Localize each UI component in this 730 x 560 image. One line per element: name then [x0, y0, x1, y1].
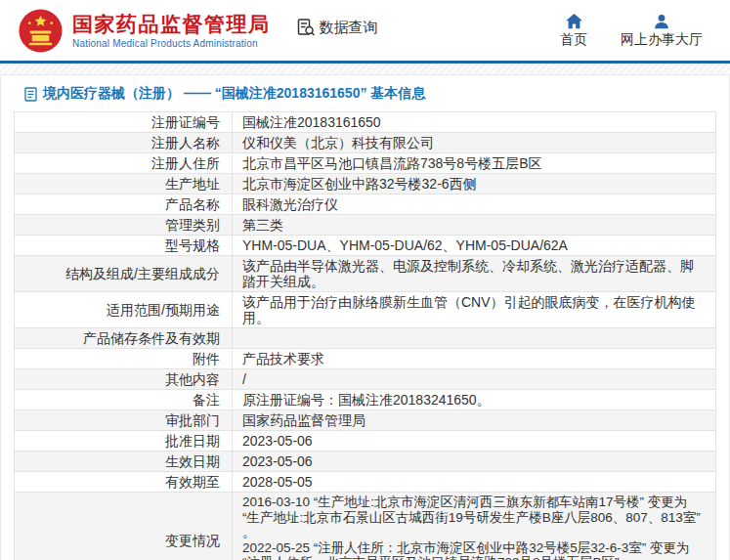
- org-name-cn: 国家药品监督管理局: [72, 13, 271, 36]
- row-value: 眼科激光治疗仪: [233, 194, 716, 215]
- row-value: 北京市海淀区创业中路32号楼32-6西侧: [233, 174, 716, 194]
- table-row: 注册人住所 北京市昌平区马池口镇昌流路738号8号楼五层B区: [15, 153, 716, 174]
- header-shadow-strip: [0, 64, 730, 74]
- brand-text: 国家药品监督管理局 National Medical Products Admi…: [72, 13, 271, 49]
- row-value: 2028-05-05: [233, 472, 716, 493]
- content-panel: 境内医疗器械（注册） —— “国械注准20183161650” 基本信息 注册证…: [0, 74, 730, 560]
- table-row: 其他内容 /: [15, 369, 716, 390]
- nav-home-label: 首页: [560, 31, 587, 49]
- table-row: 注册人名称 仪和仪美（北京）科技有限公司: [15, 133, 716, 153]
- row-value: 第三类: [233, 215, 716, 236]
- row-label: 产品储存条件及有效期: [15, 328, 233, 349]
- row-label: 审批部门: [15, 410, 233, 431]
- row-label: 备注: [15, 390, 233, 410]
- row-label: 注册人住所: [15, 153, 233, 174]
- row-label: 结构及组成/主要组成成分: [15, 256, 233, 292]
- row-value: 仪和仪美（北京）科技有限公司: [233, 133, 716, 153]
- row-label: 其他内容: [15, 369, 233, 390]
- row-value: 2023-05-06: [233, 431, 716, 452]
- table-row: 结构及组成/主要组成成分 该产品由半导体激光器、电源及控制系统、冷却系统、激光治…: [15, 256, 716, 292]
- table-row: 有效期至 2028-05-05: [15, 472, 716, 493]
- table-row: 备注 原注册证编号：国械注准20183241650。: [15, 390, 716, 410]
- row-label: 生效日期: [15, 452, 233, 472]
- row-value: 国家药品监督管理局: [233, 410, 716, 431]
- table-row: 注册证编号 国械注准20183161650: [15, 112, 716, 133]
- page-icon: [24, 87, 37, 102]
- row-label: 产品名称: [15, 194, 233, 215]
- row-value: /: [233, 369, 716, 390]
- person-icon: [654, 14, 669, 29]
- row-label: 型号规格: [15, 236, 233, 256]
- row-label: 变更情况: [15, 493, 233, 560]
- page-title-text: 境内医疗器械（注册） —— “国械注准20183161650” 基本信息: [43, 85, 425, 103]
- table-row-changes: 变更情况 2016-03-10 “生产地址:北京市海淀区清河西三旗东新都车站南1…: [15, 493, 716, 560]
- row-value: 2023-05-06: [233, 452, 716, 472]
- data-query-label: 数据查询: [320, 19, 378, 37]
- org-name-en: National Medical Products Administration: [72, 38, 271, 49]
- row-value: YHM-05-DUA、YHM-05-DUA/62、YHM-05-DUA/62A: [233, 236, 716, 256]
- row-label: 批准日期: [15, 431, 233, 452]
- table-row: 产品名称 眼科激光治疗仪: [15, 194, 716, 215]
- change-line: 2022-05-25 “注册人住所：北京市海淀区创业中路32号楼5层32-6-3…: [242, 540, 706, 560]
- national-emblem-icon: [18, 8, 64, 54]
- row-value: 原注册证编号：国械注准20183241650。: [233, 390, 716, 410]
- home-icon: [566, 14, 582, 29]
- changes-value: 2016-03-10 “生产地址:北京市海淀区清河西三旗东新都车站南17号楼” …: [233, 493, 716, 560]
- row-label: 适用范围/预期用途: [15, 292, 233, 328]
- registration-info-table: 注册证编号 国械注准20183161650 注册人名称 仪和仪美（北京）科技有限…: [14, 111, 716, 560]
- nmpa-logo[interactable]: 国家药品监督管理局 National Medical Products Admi…: [18, 8, 271, 54]
- table-row: 批准日期 2023-05-06: [15, 431, 716, 452]
- table-row: 生效日期 2023-05-06: [15, 452, 716, 472]
- row-value: 国械注准20183161650: [233, 112, 716, 133]
- site-header: 国家药品监督管理局 National Medical Products Admi…: [0, 0, 730, 61]
- table-row: 附件 产品技术要求: [15, 349, 716, 369]
- row-label: 生产地址: [15, 174, 233, 194]
- table-row: 型号规格 YHM-05-DUA、YHM-05-DUA/62、YHM-05-DUA…: [15, 236, 716, 256]
- table-row: 管理类别 第三类: [15, 215, 716, 236]
- table-row: 生产地址 北京市海淀区创业中路32号楼32-6西侧: [15, 174, 716, 194]
- table-row: 产品储存条件及有效期: [15, 328, 716, 349]
- row-value: 产品技术要求: [233, 349, 716, 369]
- row-label: 有效期至: [15, 472, 233, 493]
- row-value: 该产品用于治疗由脉络膜新生血管（CNV）引起的眼底病变，在医疗机构使用。: [233, 292, 716, 328]
- row-label: 注册人名称: [15, 133, 233, 153]
- table-row: 审批部门 国家药品监督管理局: [15, 410, 716, 431]
- row-value: 北京市昌平区马池口镇昌流路738号8号楼五层B区: [233, 153, 716, 174]
- row-label: 管理类别: [15, 215, 233, 236]
- table-row: 适用范围/预期用途 该产品用于治疗由脉络膜新生血管（CNV）引起的眼底病变，在医…: [15, 292, 716, 328]
- page-title: 境内医疗器械（注册） —— “国械注准20183161650” 基本信息: [1, 75, 729, 111]
- top-nav: 首页 网上办事大厅: [560, 14, 716, 49]
- row-label: 注册证编号: [15, 112, 233, 133]
- document-search-icon: [296, 18, 316, 37]
- nav-online-hall-label: 网上办事大厅: [621, 31, 703, 49]
- data-query-tab[interactable]: 数据查询: [296, 18, 378, 37]
- change-line: 2016-03-10 “生产地址:北京市海淀区清河西三旗东新都车站南17号楼” …: [242, 495, 706, 540]
- nav-home[interactable]: 首页: [560, 14, 587, 49]
- row-value: [233, 328, 716, 349]
- row-label: 附件: [15, 349, 233, 369]
- nav-online-hall[interactable]: 网上办事大厅: [621, 14, 703, 49]
- row-value: 该产品由半导体激光器、电源及控制系统、冷却系统、激光治疗适配器、脚踏开关组成。: [233, 256, 716, 292]
